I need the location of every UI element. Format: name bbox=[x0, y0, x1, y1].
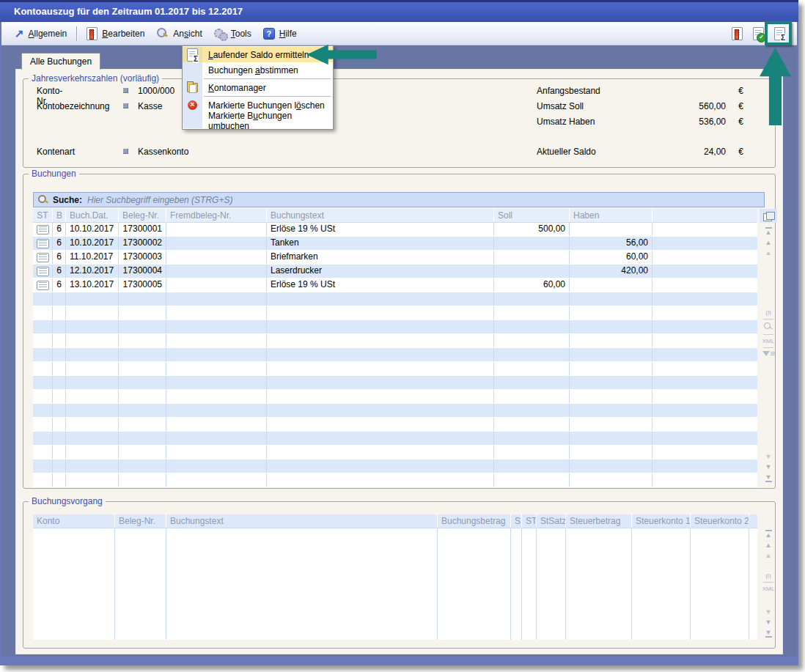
st-cell[interactable] bbox=[33, 251, 53, 264]
field-value: Kasse bbox=[138, 101, 162, 111]
empty-table-row[interactable] bbox=[33, 292, 757, 306]
empty-table-row[interactable] bbox=[33, 390, 757, 404]
window-title: Kontoauszug für den Zeitraum 01.2017 bis… bbox=[14, 6, 243, 17]
menu-ansicht[interactable]: Ansicht bbox=[150, 26, 207, 42]
menu-bearbeiten[interactable]: Bearbeiten bbox=[81, 25, 150, 43]
title-bar: Kontoauszug für den Zeitraum 01.2017 bis… bbox=[0, 0, 798, 22]
scroll-up-page-button[interactable]: ▲ bbox=[765, 553, 772, 559]
empty-table-row[interactable] bbox=[33, 348, 757, 362]
col-buchungsbetrag[interactable]: Buchungsbetrag bbox=[438, 514, 511, 528]
col-s[interactable]: S bbox=[511, 514, 522, 528]
scroll-to-top-button[interactable]: ▲ bbox=[765, 227, 772, 236]
currency-symbol: € bbox=[738, 86, 743, 96]
edit-document-icon bbox=[87, 27, 98, 40]
search-zoom-button[interactable] bbox=[764, 322, 773, 331]
field-value: 1000/000 bbox=[138, 86, 174, 96]
xml-export-button[interactable]: XML bbox=[762, 338, 774, 344]
search-icon bbox=[38, 195, 48, 204]
col-haben[interactable]: Haben bbox=[570, 209, 653, 222]
document-check-icon[interactable] bbox=[753, 27, 764, 40]
magnifier-document-icon bbox=[156, 28, 169, 40]
col-stsatz[interactable]: StSatz bbox=[537, 514, 566, 528]
menu-item-buchungen-abstimmen[interactable]: Buchungen abstimmen bbox=[183, 62, 333, 78]
col-b[interactable]: B bbox=[53, 209, 66, 222]
empty-table-row[interactable] bbox=[33, 320, 757, 334]
empty-table-row[interactable] bbox=[33, 376, 757, 390]
table-row[interactable]: 6 13.10.2017 17300005 Erlöse 19 % USt 60… bbox=[33, 278, 757, 292]
st-cell[interactable] bbox=[33, 278, 53, 292]
table-row[interactable]: 6 12.10.2017 17300004 Laserdrucker 420,0… bbox=[33, 265, 757, 278]
total-value: 536,00 bbox=[638, 117, 726, 127]
scroll-down-button[interactable]: ▼ bbox=[765, 464, 772, 470]
column-picker-button[interactable] bbox=[760, 209, 777, 223]
bv-table-header: Konto Beleg-Nr. Buchungstext Buchungsbet… bbox=[33, 514, 757, 528]
scroll-to-bottom-button[interactable]: ▼ bbox=[765, 474, 772, 483]
scroll-up-button[interactable]: ▲ bbox=[765, 240, 772, 246]
menu-allgemein-label: Allgemein bbox=[29, 29, 67, 39]
col-buchungstext[interactable]: Buchungstext bbox=[267, 209, 494, 222]
scroll-to-top-button[interactable]: ▲ bbox=[765, 530, 772, 539]
col-st[interactable]: ST bbox=[33, 209, 53, 222]
search-input[interactable]: Suche: Hier Suchbegriff eingeben (STRG+S… bbox=[33, 192, 765, 207]
empty-table-row[interactable] bbox=[33, 446, 757, 459]
scroll-up-button[interactable]: ▲ bbox=[765, 542, 772, 549]
search-placeholder: Hier Suchbegriff eingeben (STRG+S) bbox=[87, 195, 232, 205]
col-soll[interactable]: Soll bbox=[494, 209, 570, 222]
edit-document-icon[interactable] bbox=[732, 27, 743, 40]
col-belegnr[interactable]: Beleg-Nr. bbox=[115, 514, 166, 528]
col-steuerbetrag[interactable]: Steuerbetrag bbox=[566, 514, 632, 528]
col-buchdat[interactable]: Buch.Dat. bbox=[66, 209, 119, 222]
xml-export-button[interactable]: XML bbox=[762, 586, 774, 592]
group-button[interactable]: (I) bbox=[765, 309, 771, 316]
groupbox-buchungsvorgang: Buchungsvorgang Konto Beleg-Nr. Buchungs… bbox=[23, 501, 776, 649]
empty-table-row[interactable] bbox=[33, 306, 757, 320]
table-row[interactable]: 6 10.10.2017 17300001 Erlöse 19 % USt 50… bbox=[33, 223, 757, 237]
field-value: Kassenkonto bbox=[138, 147, 188, 157]
menu-item-kontomanager[interactable]: Kontomanager bbox=[183, 80, 333, 95]
app-window: Kontoauszug für den Zeitraum 01.2017 bis… bbox=[0, 0, 798, 665]
table-row[interactable]: 6 10.10.2017 17300002 Tanken 56,00 bbox=[33, 237, 757, 251]
col-buchungstext[interactable]: Buchungstext bbox=[166, 514, 438, 528]
st-cell[interactable] bbox=[33, 237, 53, 250]
menu-tools[interactable]: Tools bbox=[208, 26, 257, 42]
col-st[interactable]: ST bbox=[522, 514, 537, 528]
empty-table-row[interactable] bbox=[33, 404, 757, 418]
scroll-down-page-button[interactable]: ▼ bbox=[765, 454, 772, 460]
scroll-down-page-button[interactable]: ▼ bbox=[765, 609, 772, 616]
filter-button[interactable] bbox=[762, 351, 775, 356]
scroll-up-page-button[interactable]: ▲ bbox=[765, 250, 772, 256]
groupbox-legend: Jahresverkehrszahlen (vorläufig) bbox=[29, 73, 162, 84]
bv-table-body[interactable] bbox=[33, 528, 757, 640]
table-header: ST B Buch.Dat. Beleg-Nr. Fremdbeleg-Nr. … bbox=[33, 209, 757, 223]
empty-table-row[interactable] bbox=[33, 334, 757, 348]
col-belegnr[interactable]: Beleg-Nr. bbox=[119, 209, 166, 222]
group-button[interactable]: (I) bbox=[765, 572, 771, 579]
col-steuerkonto-2[interactable]: Steuerkonto 2 bbox=[691, 514, 749, 528]
tab-panel: Jahresverkehrszahlen (vorläufig) Konto-N… bbox=[15, 69, 783, 654]
col-fremdbelegnr[interactable]: Fremdbeleg-Nr. bbox=[166, 209, 267, 222]
scroll-down-button[interactable]: ▼ bbox=[765, 619, 772, 626]
scroll-to-bottom-button[interactable]: ▼ bbox=[765, 629, 772, 638]
col-konto[interactable]: Konto bbox=[33, 514, 115, 528]
empty-table-row[interactable] bbox=[33, 362, 757, 376]
booking-grid-icon bbox=[37, 281, 49, 290]
empty-table-row[interactable] bbox=[33, 432, 757, 446]
empty-table-row[interactable] bbox=[33, 459, 757, 473]
document-sigma-icon bbox=[187, 48, 198, 62]
table-body: 6 10.10.2017 17300001 Erlöse 19 % USt 50… bbox=[33, 223, 757, 487]
tab-alle-buchungen[interactable]: Alle Buchungen bbox=[21, 53, 100, 70]
bullet-icon bbox=[123, 103, 128, 108]
table-side-toolbar: ▲ ▲ ▲ (I) XML ▼ ▼ bbox=[760, 209, 777, 487]
booking-grid-icon bbox=[37, 239, 49, 248]
empty-table-row[interactable] bbox=[33, 473, 757, 487]
menu-allgemein[interactable]: ↗ Allgemein bbox=[9, 26, 73, 41]
st-cell[interactable] bbox=[33, 265, 53, 278]
menu-item-buchungen-umbuchen[interactable]: Markierte Buchungen umbuchen bbox=[183, 113, 333, 128]
table-row[interactable]: 6 11.10.2017 17300003 Briefmarken 60,00 bbox=[33, 251, 757, 265]
st-cell[interactable] bbox=[33, 223, 53, 236]
total-aktueller-saldo: Aktueller Saldo 24,00 € bbox=[537, 147, 757, 158]
empty-table-row[interactable] bbox=[33, 418, 757, 432]
column-picker-icon bbox=[763, 212, 773, 221]
menu-hilfe[interactable]: ? Hilfe bbox=[257, 26, 303, 42]
col-steuerkonto-1[interactable]: Steuerkonto 1 bbox=[632, 514, 691, 528]
